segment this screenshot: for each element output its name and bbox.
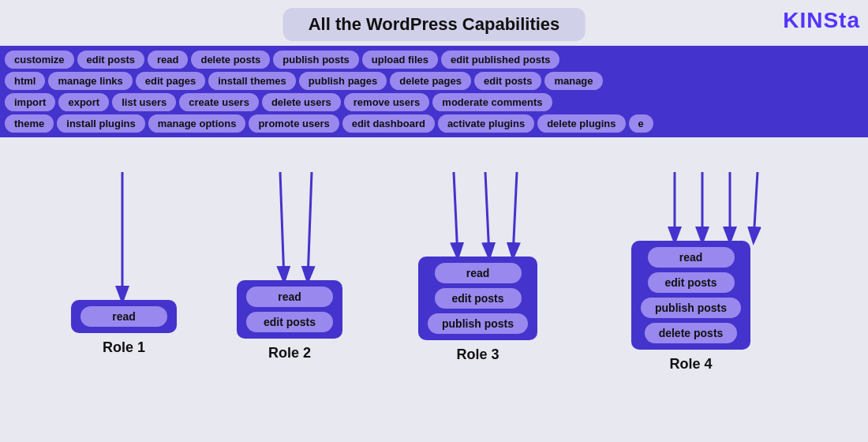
svg-line-4: [485, 172, 489, 257]
cap-publish-pages: publish pages: [299, 72, 387, 90]
cap-edit-posts-1: edit posts: [77, 51, 144, 69]
role3-box: read edit posts publish posts: [418, 257, 537, 340]
role3-container: read edit posts publish posts Role 3: [418, 257, 537, 363]
cap-edit-posts-2: edit posts: [474, 72, 541, 90]
cap-read-1: read: [148, 51, 188, 69]
cap-moderate: moderate comments: [432, 93, 552, 111]
cap-manage-options: manage options: [148, 114, 246, 133]
cap-customize: customize: [5, 51, 74, 69]
svg-line-2: [308, 172, 312, 280]
cap-install-themes: install themes: [208, 72, 296, 90]
cap-activate-plugins: activate plugins: [438, 114, 534, 133]
svg-line-5: [513, 172, 517, 257]
role1-container: read Role 1: [71, 300, 177, 356]
role3-cap-publish-posts: publish posts: [428, 313, 528, 334]
role3-cap-read: read: [435, 263, 522, 283]
svg-line-1: [280, 172, 284, 280]
capability-row-2: html manage links edit pages install the…: [3, 72, 865, 90]
cap-theme: theme: [5, 114, 54, 133]
capability-row-1: customize edit posts read delete posts p…: [3, 51, 865, 69]
svg-line-3: [454, 172, 458, 257]
cap-delete-plugins: delete plugins: [537, 114, 625, 133]
role1-box: read: [71, 300, 177, 333]
role2-label: Role 2: [268, 345, 311, 361]
cap-e: e: [629, 114, 653, 133]
role3-label: Role 3: [456, 346, 499, 363]
role3-cap-edit-posts: edit posts: [435, 288, 522, 309]
role4-label: Role 4: [669, 356, 712, 373]
cap-promote-users: promote users: [249, 114, 339, 133]
svg-line-9: [754, 172, 758, 241]
role1-cap-read: read: [80, 306, 167, 327]
role4-container: read edit posts publish posts delete pos…: [631, 241, 750, 373]
cap-delete-users: delete users: [262, 93, 341, 111]
role2-box: read edit posts: [237, 280, 342, 339]
cap-remove-users: remove users: [344, 93, 430, 111]
role4-cap-delete-posts: delete posts: [645, 323, 738, 343]
cap-edit-dashboard: edit dashboard: [342, 114, 435, 133]
cap-install-plugins: install plugins: [57, 114, 144, 133]
cap-html: html: [5, 72, 45, 90]
kinsta-logo: KINSta: [783, 8, 860, 33]
role2-cap-read: read: [246, 287, 333, 307]
cap-import: import: [5, 93, 55, 111]
cap-manage-links: manage links: [48, 72, 132, 90]
capability-row-4: theme install plugins manage options pro…: [3, 114, 865, 133]
cap-create-users: create users: [179, 93, 259, 111]
cap-publish-posts-1: publish posts: [273, 51, 359, 69]
cap-delete-pages: delete pages: [390, 72, 471, 90]
cap-manage: manage: [544, 72, 602, 90]
cap-delete-posts-1: delete posts: [191, 51, 270, 69]
role4-cap-read: read: [648, 247, 735, 268]
role2-container: read edit posts Role 2: [237, 280, 342, 361]
role4-box: read edit posts publish posts delete pos…: [631, 241, 750, 350]
role4-cap-edit-posts: edit posts: [648, 272, 735, 293]
cap-list-users: list users: [112, 93, 176, 111]
role1-label: Role 1: [103, 339, 145, 356]
cap-edit-pages: edit pages: [136, 72, 205, 90]
capability-row-3: import export list users create users de…: [3, 93, 865, 111]
cap-edit-published: edit published posts: [441, 51, 559, 69]
cap-export: export: [58, 93, 109, 111]
page-title: All the WordPress Capabilities: [283, 8, 586, 41]
capabilities-bar: customize edit posts read delete posts p…: [0, 46, 868, 137]
role2-cap-edit-posts: edit posts: [246, 312, 333, 332]
role4-cap-publish-posts: publish posts: [641, 298, 741, 318]
cap-upload-files: upload files: [362, 51, 438, 69]
